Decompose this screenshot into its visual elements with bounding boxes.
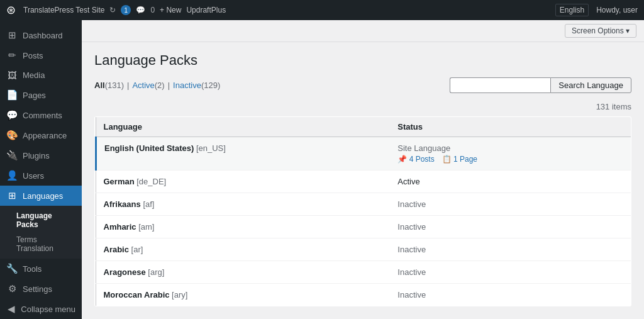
separator-2: | [168,81,170,90]
language-cell: Afrikaans [af] [96,193,390,216]
sidebar-item-pages[interactable]: 📄 Pages [0,85,82,105]
sidebar-item-label: Collapse menu [21,305,75,314]
posts-link[interactable]: 📌 4 Posts [397,155,434,164]
wp-logo-icon[interactable]: ⊛ [6,3,16,17]
filter-links: All (131) | Active (2) | Inactive (129) [94,81,220,90]
filter-all[interactable]: All [94,81,105,90]
language-name: Arabic [104,245,131,254]
col-status: Status [390,117,631,137]
language-name: Amharic [104,222,139,232]
update-icon[interactable]: ↻ [109,6,116,14]
sidebar-item-label: Dashboard [23,31,63,40]
language-name: English (United States) [104,143,196,153]
sidebar-item-label: Languages [23,191,63,201]
col-language: Language [96,117,390,137]
language-cell: English (United States) [en_US] [96,137,390,171]
status-inactive: Inactive [397,290,426,299]
language-cell: Moroccan Arabic [ary] [96,284,390,306]
update-count: 1 [121,5,131,15]
sidebar-item-label: Comments [23,111,62,120]
language-name: German [104,177,137,186]
admin-bar: ⊛ TranslatePress Test Site ↻ 1 💬 0 + New… [0,0,644,20]
status-inactive: Inactive [397,245,426,254]
sidebar: ⊞ Dashboard ✏ Posts 🖼 Media 📄 Pages 💬 Co… [0,20,82,319]
screen-options-bar: Screen Options ▾ [82,20,644,42]
media-icon: 🖼 [6,70,18,81]
language-code: [ary] [172,290,187,299]
updraft-link[interactable]: UpdraftPlus [186,6,226,14]
language-code: [ar] [131,245,143,254]
sidebar-item-appearance[interactable]: 🎨 Appearance [0,125,82,145]
sidebar-item-comments[interactable]: 💬 Comments [0,105,82,125]
table-row[interactable]: Aragonese [arg]Inactive [96,261,631,284]
status-cell: Inactive [390,193,631,216]
language-code: [de_DE] [136,177,166,186]
sidebar-item-label: Settings [23,284,52,294]
table-row[interactable]: Amharic [am]Inactive [96,216,631,238]
status-inactive: Inactive [397,199,426,209]
language-code: [am] [138,222,154,232]
content-area: Screen Options ▾ Language Packs All (131… [82,20,644,319]
status-cell: Inactive [390,261,631,284]
search-area: Search Language [450,77,631,93]
pages-link[interactable]: 📋 1 Page [442,155,477,164]
new-link[interactable]: + New [160,6,181,14]
status-cell: Inactive [390,238,631,261]
language-cell: Arabic [ar] [96,238,390,261]
sidebar-subitem-terms-translation[interactable]: Terms Translation [0,232,82,256]
dashboard-icon: ⊞ [6,30,18,41]
search-input[interactable] [450,77,550,93]
search-button[interactable]: Search Language [550,77,631,93]
table-row[interactable]: English (United States) [en_US]Site Lang… [96,137,631,171]
status-cell: Site Language📌 4 Posts📋 1 Page [390,137,631,171]
comment-count: 0 [150,6,155,14]
sidebar-item-collapse[interactable]: ◀ Collapse menu [0,299,82,319]
language-switcher[interactable]: English [555,4,589,16]
filter-inactive-count: (129) [201,81,220,90]
filter-inactive[interactable]: Inactive [173,81,201,90]
collapse-icon: ◀ [6,303,16,315]
sidebar-item-label: Users [23,171,44,181]
sidebar-item-plugins[interactable]: 🔌 Plugins [0,145,82,165]
status-site-language: Site Language [397,143,623,153]
site-name[interactable]: TranslatePress Test Site [23,6,104,14]
sidebar-item-dashboard[interactable]: ⊞ Dashboard [0,25,82,45]
language-code: [en_US] [196,143,226,153]
status-inactive: Inactive [397,222,426,232]
filter-bar: All (131) | Active (2) | Inactive (129) … [94,77,631,93]
filter-active[interactable]: Active [132,81,154,90]
filter-active-count: (2) [155,81,165,90]
pages-icon: 📄 [6,89,18,101]
comments-icon: 💬 [6,109,18,121]
sidebar-item-media[interactable]: 🖼 Media [0,65,82,85]
users-icon: 👤 [6,170,18,181]
table-row[interactable]: Moroccan Arabic [ary]Inactive [96,284,631,306]
table-row[interactable]: Afrikaans [af]Inactive [96,193,631,216]
sidebar-item-posts[interactable]: ✏ Posts [0,45,82,65]
table-row[interactable]: German [de_DE]Active [96,171,631,193]
sidebar-subitem-language-packs[interactable]: Language Packs [0,208,82,232]
sidebar-item-label: Media [23,70,45,80]
screen-options-button[interactable]: Screen Options ▾ [565,24,636,38]
comment-icon[interactable]: 💬 [136,6,145,14]
tools-icon: 🔧 [6,263,18,274]
sidebar-item-tools[interactable]: 🔧 Tools [0,259,82,279]
language-cell: Amharic [am] [96,216,390,238]
page-title: Language Packs [94,52,631,69]
sidebar-item-label: Plugins [23,151,50,160]
languages-icon: ⊞ [6,190,18,201]
sidebar-item-label: Appearance [23,131,67,140]
sidebar-item-settings[interactable]: ⚙ Settings [0,279,82,299]
appearance-icon: 🎨 [6,130,18,141]
sidebar-item-label: Tools [23,264,42,274]
howdy-text: Howdy, user [596,6,638,14]
language-code: [arg] [148,267,164,277]
languages-submenu: Language Packs Terms Translation [0,206,82,259]
language-name: Moroccan Arabic [104,290,172,299]
sidebar-item-label: Posts [23,51,43,60]
language-cell: German [de_DE] [96,171,390,193]
language-code: [af] [143,199,154,209]
sidebar-item-users[interactable]: 👤 Users [0,165,82,186]
sidebar-item-languages[interactable]: ⊞ Languages [0,186,82,206]
table-row[interactable]: Arabic [ar]Inactive [96,238,631,261]
